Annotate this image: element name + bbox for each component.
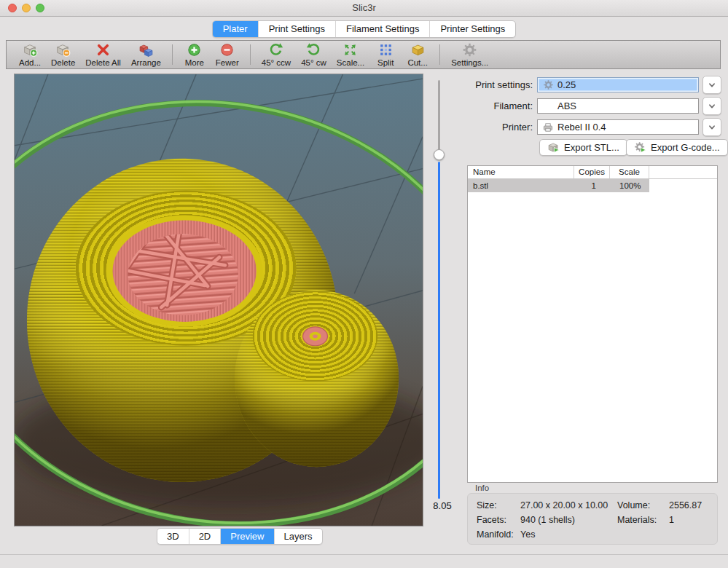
info-section-title: Info [475, 484, 489, 492]
more-button[interactable]: More [179, 42, 211, 68]
scale-button[interactable]: Scale... [332, 42, 369, 68]
slider-value: 8.05 [428, 500, 457, 511]
facets-label: Facets: [477, 515, 506, 525]
cell-scale: 100% [611, 179, 649, 192]
main-tab-bar: Plater Print Settings Filament Settings … [0, 20, 728, 38]
split-button[interactable]: Split [369, 42, 402, 68]
model-small-dome [235, 290, 399, 467]
cut-box-icon [410, 42, 426, 58]
layer-slider[interactable] [434, 80, 445, 501]
tab-printer-settings[interactable]: Printer Settings [430, 21, 515, 37]
fewer-button[interactable]: Fewer [211, 42, 244, 68]
slider-track-upper[interactable] [438, 80, 440, 151]
delete-all-button[interactable]: Delete All [80, 42, 126, 68]
object-list[interactable]: Name Copies Scale b.stl 1 100% [467, 165, 718, 483]
minus-circle-icon [219, 42, 235, 58]
column-header-copies[interactable]: Copies [574, 166, 610, 178]
chevron-down-icon [707, 80, 717, 90]
toolbar-separator [172, 44, 173, 65]
settings-button[interactable]: Settings... [446, 42, 493, 68]
box-minus-icon [55, 42, 71, 58]
filament-label: Filament: [452, 100, 537, 111]
toolbar-separator [439, 44, 440, 65]
chevron-down-icon [707, 122, 717, 133]
tab-filament-settings[interactable]: Filament Settings [336, 21, 430, 37]
title-bar: Slic3r [0, 0, 728, 17]
print-settings-select[interactable]: 0.25 [537, 77, 699, 92]
rotate-cw-icon [306, 42, 321, 58]
tab-plater[interactable]: Plater [213, 21, 259, 37]
print-settings-label: Print settings: [452, 79, 537, 90]
viewport-3d[interactable] [14, 74, 423, 526]
gear-icon [462, 42, 477, 58]
info-box: Size: 27.00 x 20.00 x 10.00 Volume: 2556… [467, 493, 718, 545]
volume-label: Volume: [617, 500, 650, 510]
plus-circle-icon [187, 42, 202, 58]
printer-icon [542, 122, 554, 133]
print-settings-row: Print settings: 0.25 [452, 76, 721, 93]
red-x-icon [95, 42, 111, 58]
box-export-icon [547, 141, 560, 154]
cell-copies: 1 [576, 179, 611, 192]
box-plus-icon [23, 42, 38, 58]
materials-value: 1 [669, 515, 674, 525]
print-settings-value: 0.25 [557, 79, 576, 90]
printer-select[interactable]: Rebel II 0.4 [537, 119, 699, 135]
manifold-label: Manifold: [477, 529, 514, 540]
filament-dropdown-button[interactable] [702, 97, 721, 115]
filament-icon-space [542, 100, 554, 112]
add-button[interactable]: Add... [14, 42, 46, 68]
manifold-value: Yes [520, 529, 535, 540]
scale-arrows-icon [343, 42, 358, 58]
materials-label: Materials: [617, 515, 657, 525]
size-value: 27.00 x 20.00 x 10.00 [520, 500, 608, 510]
tab-print-settings[interactable]: Print Settings [259, 21, 336, 37]
bottom-divider [0, 554, 728, 555]
column-header-name[interactable]: Name [468, 166, 574, 178]
export-stl-button[interactable]: Export STL... [539, 139, 627, 156]
printer-row: Printer: Rebel II 0.4 [452, 119, 721, 135]
slider-track-lower[interactable] [438, 162, 440, 499]
filament-select[interactable]: ABS [537, 98, 699, 114]
plater-toolbar: Add... Delete Delete All [6, 40, 721, 69]
gear-export-icon [634, 141, 646, 154]
printer-label: Printer: [452, 122, 537, 133]
rotate-cw-button[interactable]: 45° cw [296, 42, 332, 68]
cubes-icon [138, 42, 154, 58]
slider-handle[interactable] [434, 149, 445, 160]
view-mode-switcher: 3D 2D Preview Layers [157, 528, 323, 545]
filament-row: Filament: ABS [452, 98, 721, 114]
export-gcode-button[interactable]: Export G-code... [626, 139, 728, 156]
rotate-ccw-button[interactable]: 45° ccw [257, 42, 296, 68]
table-row[interactable]: b.stl 1 100% [468, 179, 649, 192]
split-dots-icon [378, 42, 394, 58]
print-settings-dropdown-button[interactable] [702, 76, 721, 94]
object-list-header: Name Copies Scale [468, 166, 717, 179]
view-mode-preview[interactable]: Preview [221, 529, 274, 544]
arrange-button[interactable]: Arrange [126, 42, 166, 68]
size-label: Size: [477, 500, 497, 510]
rotate-ccw-icon [268, 42, 283, 58]
gear-icon [542, 79, 554, 91]
view-mode-layers[interactable]: Layers [275, 529, 322, 544]
printer-value: Rebel II 0.4 [557, 122, 606, 133]
chevron-down-icon [707, 101, 717, 111]
window-title: Slic3r [0, 0, 728, 16]
cut-button[interactable]: Cut... [402, 42, 434, 68]
gcode-preview-scene [15, 74, 423, 526]
filament-value: ABS [557, 100, 576, 111]
facets-value: 940 (1 shells) [520, 515, 575, 525]
view-mode-3d[interactable]: 3D [157, 529, 189, 544]
delete-button[interactable]: Delete [46, 42, 80, 68]
toolbar-separator [250, 44, 251, 65]
column-header-scale[interactable]: Scale [610, 166, 649, 178]
cell-name: b.stl [468, 179, 576, 192]
view-mode-2d[interactable]: 2D [189, 529, 222, 544]
volume-value: 2556.87 [669, 500, 702, 510]
printer-dropdown-button[interactable] [702, 118, 721, 136]
